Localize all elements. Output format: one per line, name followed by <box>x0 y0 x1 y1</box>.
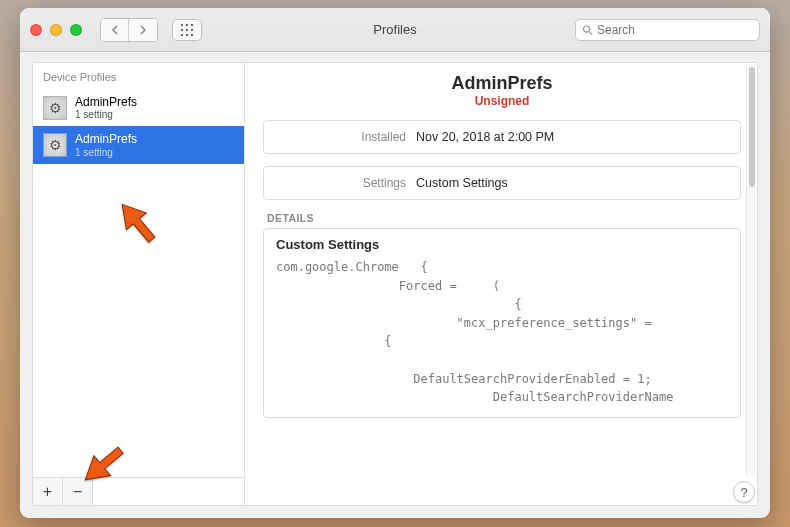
grid-icon <box>181 24 193 36</box>
profile-item-selected[interactable]: ⚙ AdminPrefs 1 setting <box>33 126 244 163</box>
vertical-scrollbar[interactable] <box>746 64 756 475</box>
chevron-left-icon <box>111 25 119 35</box>
svg-rect-3 <box>181 29 183 31</box>
info-value: Nov 20, 2018 at 2:00 PM <box>416 130 554 144</box>
details-box-title: Custom Settings <box>276 237 728 252</box>
details-box: Custom Settings com.google.Chrome { Forc… <box>263 228 741 418</box>
info-label: Settings <box>276 176 416 190</box>
info-row-installed: Installed Nov 20, 2018 at 2:00 PM <box>263 120 741 154</box>
svg-rect-2 <box>191 24 193 26</box>
show-all-button[interactable] <box>172 19 202 41</box>
svg-rect-8 <box>191 34 193 36</box>
chevron-right-icon <box>139 25 147 35</box>
detail-pane: AdminPrefs Unsigned Installed Nov 20, 20… <box>245 63 757 505</box>
svg-line-10 <box>589 31 592 34</box>
details-section-header: DETAILS <box>267 212 741 224</box>
minimize-window-button[interactable] <box>50 24 62 36</box>
svg-rect-6 <box>181 34 183 36</box>
titlebar: Profiles <box>20 8 770 52</box>
profile-name: AdminPrefs <box>75 95 137 109</box>
profile-name: AdminPrefs <box>75 132 137 146</box>
window-title: Profiles <box>373 22 416 37</box>
detail-title: AdminPrefs <box>263 73 741 94</box>
sidebar: Device Profiles ⚙ AdminPrefs 1 setting ⚙… <box>33 63 245 505</box>
svg-rect-4 <box>186 29 188 31</box>
payload-code: com.google.Chrome { Forced = ( { "mcx_pr… <box>276 258 728 407</box>
gear-icon: ⚙ <box>43 96 67 120</box>
svg-rect-1 <box>186 24 188 26</box>
help-button[interactable]: ? <box>733 481 755 503</box>
info-value: Custom Settings <box>416 176 508 190</box>
info-row-settings: Settings Custom Settings <box>263 166 741 200</box>
preferences-window: Profiles Device Profiles ⚙ AdminPrefs 1 … <box>20 8 770 518</box>
add-profile-button[interactable]: + <box>33 478 63 505</box>
zoom-window-button[interactable] <box>70 24 82 36</box>
sidebar-footer: + − <box>33 477 244 505</box>
search-input[interactable] <box>597 23 753 37</box>
back-button[interactable] <box>101 19 129 41</box>
content-area: Device Profiles ⚙ AdminPrefs 1 setting ⚙… <box>32 62 758 506</box>
info-label: Installed <box>276 130 416 144</box>
profile-sub: 1 setting <box>75 147 137 158</box>
remove-profile-button[interactable]: − <box>63 478 93 505</box>
svg-point-9 <box>583 25 589 31</box>
profile-sub: 1 setting <box>75 109 137 120</box>
signature-badge: Unsigned <box>263 94 741 108</box>
scrollbar-thumb[interactable] <box>749 67 755 187</box>
sidebar-header: Device Profiles <box>33 63 244 89</box>
search-field[interactable] <box>575 19 760 41</box>
nav-segment <box>100 18 158 42</box>
close-window-button[interactable] <box>30 24 42 36</box>
forward-button[interactable] <box>129 19 157 41</box>
svg-rect-5 <box>191 29 193 31</box>
profile-item[interactable]: ⚙ AdminPrefs 1 setting <box>33 89 244 126</box>
svg-rect-0 <box>181 24 183 26</box>
search-icon <box>582 24 593 36</box>
gear-icon: ⚙ <box>43 133 67 157</box>
window-controls <box>30 24 82 36</box>
svg-rect-7 <box>186 34 188 36</box>
